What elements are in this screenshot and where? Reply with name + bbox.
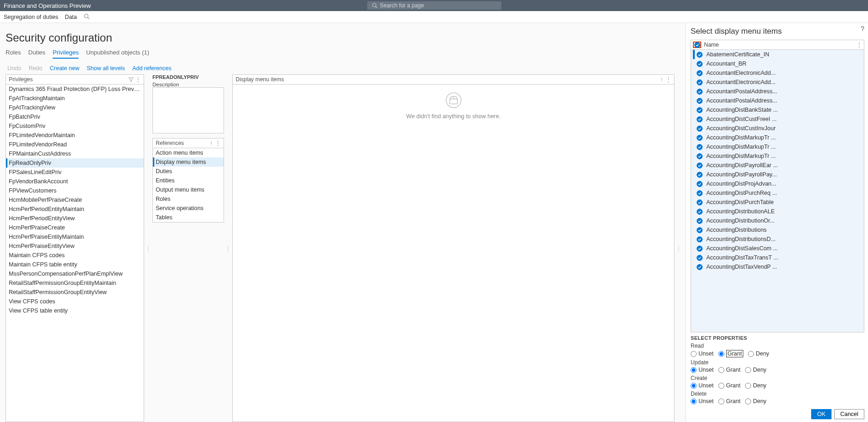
tab-strip: Roles Duties Privileges Unpublished obje…: [6, 49, 680, 59]
add-references-button[interactable]: Add references: [132, 65, 171, 72]
create-unset[interactable]: Unset: [691, 382, 714, 389]
grid-row[interactable]: AccountingDistCustInvJour: [691, 124, 864, 133]
description-input[interactable]: [152, 87, 224, 133]
grid-row[interactable]: AccountingDistBankState ...: [691, 105, 864, 115]
subbar-search-icon[interactable]: [84, 13, 90, 21]
grid-row[interactable]: AccountantPostalAddress...: [691, 96, 864, 105]
privilege-item[interactable]: MssPersonCompensationPerfPlanEmplView: [6, 269, 144, 278]
reference-item[interactable]: Display menu items: [153, 157, 224, 167]
reference-item[interactable]: Duties: [153, 167, 224, 176]
grid-row[interactable]: AccountingDistPayrollEar ...: [691, 161, 864, 170]
grid-row[interactable]: AccountingDistributionALE: [691, 207, 864, 216]
privilege-item[interactable]: FpAtTrackingMaintain: [6, 94, 144, 103]
tab-privileges[interactable]: Privileges: [53, 49, 79, 59]
filter-icon[interactable]: ⋮: [128, 76, 141, 83]
help-icon[interactable]: ?: [861, 25, 864, 32]
reference-item[interactable]: Output menu items: [153, 185, 224, 194]
tab-duties[interactable]: Duties: [28, 49, 45, 59]
delete-unset[interactable]: Unset: [691, 398, 714, 404]
delete-deny[interactable]: Deny: [745, 398, 766, 404]
tab-roles[interactable]: Roles: [6, 49, 21, 59]
grid-row[interactable]: AccountingDistPayrollPay...: [691, 170, 864, 179]
delete-grant[interactable]: Grant: [718, 398, 741, 404]
privilege-item[interactable]: Maintain CFPS codes: [6, 251, 144, 260]
privilege-item[interactable]: FPMaintainCustAddress: [6, 149, 144, 158]
grid-row[interactable]: AccountingDistTaxTransT ...: [691, 253, 864, 262]
grid-row[interactable]: AccountingDistributionsD...: [691, 235, 864, 244]
privilege-item[interactable]: FPLimitedVendorRead: [6, 140, 144, 149]
subbar-item-sod[interactable]: Segregation of duties: [4, 14, 58, 20]
column-menu-icon[interactable]: ⋮: [856, 42, 862, 48]
splitter-3[interactable]: ⋮: [677, 74, 680, 422]
privilege-item[interactable]: HcmPerfPraiseCreate: [6, 223, 144, 232]
grid-row[interactable]: AccountingDistSalesCom ...: [691, 244, 864, 253]
grid-row[interactable]: AccountingDistTaxVendP ...: [691, 262, 864, 271]
tab-unpublished[interactable]: Unpublished objects (1): [86, 49, 149, 59]
grid-row[interactable]: AccountingDistMarkupTr ...: [691, 133, 864, 142]
reference-item[interactable]: Roles: [153, 194, 224, 204]
privilege-item[interactable]: FPLimitedVendorMaintain: [6, 131, 144, 140]
privilege-item[interactable]: FpAtTrackingView: [6, 103, 144, 112]
grid-row[interactable]: AccountingDistributions: [691, 225, 864, 235]
privilege-item[interactable]: View CFPS codes: [6, 297, 144, 306]
privilege-item[interactable]: FpReadOnlyPriv: [6, 158, 144, 168]
privilege-item[interactable]: HcmMobilePerfPraiseCreate: [6, 195, 144, 205]
read-unset[interactable]: Unset: [691, 350, 714, 357]
privilege-item[interactable]: FpCustomPriv: [6, 121, 144, 131]
row-check-icon: [697, 70, 703, 76]
reference-item[interactable]: Action menu items: [153, 148, 224, 157]
subbar-item-data[interactable]: Data: [65, 14, 77, 20]
privilege-item[interactable]: FpVendorBankAccount: [6, 177, 144, 186]
privilege-item[interactable]: RetailStaffPermissionGroupEntityView: [6, 288, 144, 297]
privileges-list[interactable]: Dynamics 365 Fraud Protection (DFP) Loss…: [6, 84, 144, 422]
reference-item[interactable]: Entities: [153, 176, 224, 185]
grid-row[interactable]: Accountant_BR: [691, 59, 864, 68]
reference-item[interactable]: Tables: [153, 213, 224, 222]
cancel-button[interactable]: Cancel: [834, 409, 864, 419]
column-name[interactable]: Name: [704, 42, 719, 48]
privilege-item[interactable]: HcmPerfPeriodEntityMaintain: [6, 205, 144, 214]
privilege-item[interactable]: HcmPerfPraiseEntityView: [6, 241, 144, 251]
row-check-icon: [697, 79, 703, 85]
grid-row[interactable]: AccountingDistPurchTable: [691, 198, 864, 207]
privilege-item[interactable]: FPSalesLineEditPriv: [6, 168, 144, 177]
sort-icon[interactable]: ↑ ⋮: [210, 140, 221, 146]
global-search[interactable]: Search for a page: [367, 1, 501, 10]
splitter-1[interactable]: ⋮: [147, 74, 150, 422]
read-grant[interactable]: Grant: [718, 350, 743, 357]
update-deny[interactable]: Deny: [745, 367, 766, 373]
display-sort-icon[interactable]: ↑ ⋮: [660, 76, 671, 83]
create-new-button[interactable]: Create new: [50, 65, 79, 72]
show-all-levels-button[interactable]: Show all levels: [87, 65, 125, 72]
grid-row[interactable]: AccountantElectronicAdd...: [691, 78, 864, 87]
references-list[interactable]: Action menu itemsDisplay menu itemsDutie…: [152, 148, 224, 223]
grid-row[interactable]: AbatementCertificate_IN: [691, 50, 864, 59]
detail-panel: FPREADONLYPRIV Description References ↑ …: [152, 74, 224, 422]
items-grid[interactable]: AbatementCertificate_INAccountant_BRAcco…: [691, 50, 864, 332]
create-deny[interactable]: Deny: [745, 382, 766, 389]
update-grant[interactable]: Grant: [718, 367, 741, 373]
splitter-2[interactable]: ⋮: [227, 74, 230, 422]
privilege-item[interactable]: FPViewCustomers: [6, 186, 144, 195]
grid-row[interactable]: AccountantElectronicAdd...: [691, 68, 864, 78]
grid-row[interactable]: AccountingDistributionOr...: [691, 216, 864, 225]
privilege-item[interactable]: HcmPerfPraiseEntityMaintain: [6, 232, 144, 241]
ok-button[interactable]: OK: [811, 409, 832, 419]
reference-item[interactable]: Service operations: [153, 204, 224, 213]
privilege-item[interactable]: Dynamics 365 Fraud Protection (DFP) Loss…: [6, 84, 144, 94]
grid-row[interactable]: AccountantPostalAddress...: [691, 87, 864, 96]
privilege-item[interactable]: View CFPS table entity: [6, 306, 144, 315]
grid-row[interactable]: AccountingDistPurchReq ...: [691, 188, 864, 198]
grid-row[interactable]: AccountingDistProjAdvan...: [691, 179, 864, 188]
privilege-item[interactable]: RetailStaffPermissionGroupEntityMaintain: [6, 278, 144, 288]
privilege-item[interactable]: Maintain CFPS table entity: [6, 260, 144, 269]
privilege-item[interactable]: HcmPerfPeriodEntityView: [6, 214, 144, 223]
create-grant[interactable]: Grant: [718, 382, 741, 389]
read-deny[interactable]: Deny: [748, 350, 769, 357]
grid-row[interactable]: AccountingDistMarkupTr ...: [691, 151, 864, 161]
privilege-item[interactable]: FpBatchPriv: [6, 112, 144, 121]
select-all-checkbox[interactable]: [693, 42, 701, 48]
update-unset[interactable]: Unset: [691, 367, 714, 373]
grid-row[interactable]: AccountingDistMarkupTr ...: [691, 142, 864, 151]
grid-row[interactable]: AccountingDistCustFreeI ...: [691, 115, 864, 124]
